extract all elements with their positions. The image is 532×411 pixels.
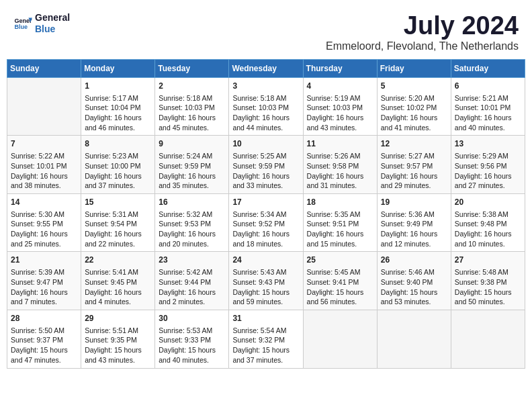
- calendar-cell: [451, 310, 525, 368]
- calendar-cell: 30Sunrise: 5:53 AMSunset: 9:33 PMDayligh…: [155, 310, 229, 368]
- day-number: 7: [11, 138, 77, 150]
- day-content-line: and 35 minutes.: [159, 181, 225, 191]
- day-number: 17: [232, 197, 299, 208]
- day-number: 5: [381, 81, 447, 92]
- day-content-line: Sunrise: 5:54 AM: [232, 326, 299, 336]
- day-content-line: Sunrise: 5:18 AM: [232, 93, 299, 103]
- day-number: 27: [455, 255, 521, 266]
- day-content-line: Sunset: 9:47 PM: [11, 277, 77, 287]
- day-content-line: and 27 minutes.: [455, 181, 521, 191]
- day-number: 8: [85, 138, 151, 150]
- day-number: 31: [232, 313, 299, 324]
- day-content-line: Sunrise: 5:18 AM: [159, 93, 225, 103]
- calendar-cell: 31Sunrise: 5:54 AMSunset: 9:32 PMDayligh…: [229, 310, 303, 368]
- day-content-line: Daylight: 16 hours: [85, 113, 151, 123]
- day-content-line: Sunrise: 5:41 AM: [85, 267, 151, 277]
- week-row-1: 1Sunrise: 5:17 AMSunset: 10:04 PMDayligh…: [7, 77, 525, 136]
- day-content-line: Daylight: 16 hours: [307, 229, 373, 239]
- day-content-line: Sunrise: 5:42 AM: [159, 267, 225, 277]
- day-content-line: Daylight: 16 hours: [11, 287, 77, 298]
- calendar-cell: [377, 310, 451, 368]
- day-content-line: Sunset: 9:48 PM: [455, 219, 521, 229]
- day-content-line: Sunrise: 5:34 AM: [232, 210, 299, 220]
- day-content-line: Sunset: 9:38 PM: [455, 277, 521, 287]
- calendar-cell: 19Sunrise: 5:36 AMSunset: 9:49 PMDayligh…: [377, 193, 451, 252]
- day-content-line: and 12 minutes.: [381, 239, 447, 249]
- logo-icon: General Blue: [13, 14, 32, 33]
- day-content-line: Sunset: 10:00 PM: [85, 161, 151, 171]
- day-content-line: Sunset: 9:44 PM: [159, 277, 225, 287]
- day-content-line: Daylight: 16 hours: [307, 113, 373, 123]
- day-content-line: and 46 minutes.: [85, 123, 151, 133]
- day-content-line: Sunset: 9:53 PM: [159, 219, 225, 229]
- day-content-line: Sunset: 9:37 PM: [11, 335, 77, 345]
- day-content-line: and 4 minutes.: [85, 297, 151, 307]
- calendar-cell: 23Sunrise: 5:42 AMSunset: 9:44 PMDayligh…: [155, 252, 229, 310]
- day-number: 15: [85, 197, 151, 208]
- day-number: 4: [307, 81, 373, 92]
- day-content-line: Sunrise: 5:53 AM: [159, 326, 225, 336]
- day-number: 3: [232, 81, 299, 92]
- svg-text:Blue: Blue: [14, 24, 28, 30]
- calendar-cell: 7Sunrise: 5:22 AMSunset: 10:01 PMDayligh…: [7, 136, 81, 194]
- weekday-header-sunday: Sunday: [7, 59, 81, 77]
- day-content-line: and 22 minutes.: [85, 239, 151, 249]
- day-content-line: and 40 minutes.: [159, 355, 225, 365]
- day-content-line: and 31 minutes.: [307, 181, 373, 191]
- day-content-line: Sunrise: 5:35 AM: [307, 210, 373, 220]
- day-content-line: Daylight: 16 hours: [307, 171, 373, 181]
- day-content-line: Sunrise: 5:30 AM: [11, 210, 77, 220]
- day-content-line: and 29 minutes.: [381, 181, 447, 191]
- day-content-line: Sunrise: 5:29 AM: [455, 151, 521, 161]
- day-content-line: Daylight: 16 hours: [159, 113, 225, 123]
- day-content-line: Daylight: 16 hours: [159, 287, 225, 298]
- calendar-cell: [7, 77, 81, 136]
- day-content-line: Sunset: 9:55 PM: [11, 219, 77, 229]
- day-content-line: Sunrise: 5:39 AM: [11, 267, 77, 277]
- calendar-cell: [303, 310, 377, 368]
- day-content-line: and 40 minutes.: [455, 123, 521, 133]
- day-content-line: Daylight: 16 hours: [85, 287, 151, 298]
- weekday-header-friday: Friday: [377, 59, 451, 77]
- day-content-line: Sunset: 9:54 PM: [85, 219, 151, 229]
- day-content-line: Daylight: 16 hours: [11, 171, 77, 181]
- calendar-cell: 18Sunrise: 5:35 AMSunset: 9:51 PMDayligh…: [303, 193, 377, 252]
- calendar-cell: 26Sunrise: 5:46 AMSunset: 9:40 PMDayligh…: [377, 252, 451, 310]
- calendar-cell: 22Sunrise: 5:41 AMSunset: 9:45 PMDayligh…: [81, 252, 155, 310]
- calendar-cell: 2Sunrise: 5:18 AMSunset: 10:03 PMDayligh…: [155, 77, 229, 136]
- week-row-4: 21Sunrise: 5:39 AMSunset: 9:47 PMDayligh…: [7, 252, 525, 310]
- day-number: 20: [455, 197, 521, 208]
- day-number: 30: [159, 313, 225, 324]
- day-content-line: Sunrise: 5:38 AM: [455, 210, 521, 220]
- day-number: 1: [85, 81, 151, 92]
- day-content-line: and 47 minutes.: [11, 355, 77, 365]
- day-content-line: Daylight: 15 hours: [232, 345, 299, 355]
- day-content-line: Sunset: 10:01 PM: [11, 161, 77, 171]
- day-content-line: Sunrise: 5:27 AM: [381, 151, 447, 161]
- day-number: 6: [455, 81, 521, 92]
- week-row-3: 14Sunrise: 5:30 AMSunset: 9:55 PMDayligh…: [7, 193, 525, 252]
- day-content-line: and 20 minutes.: [159, 239, 225, 249]
- day-content-line: and 25 minutes.: [11, 239, 77, 249]
- day-content-line: Sunrise: 5:51 AM: [85, 326, 151, 336]
- day-content-line: Sunset: 10:03 PM: [307, 103, 373, 113]
- logo-line1: General: [35, 12, 70, 24]
- day-content-line: Sunrise: 5:26 AM: [307, 151, 373, 161]
- day-content-line: Daylight: 16 hours: [455, 171, 521, 181]
- location-title: Emmeloord, Flevoland, The Netherlands: [326, 40, 519, 52]
- day-content-line: Sunset: 9:58 PM: [307, 161, 373, 171]
- weekday-header-monday: Monday: [81, 59, 155, 77]
- day-number: 26: [381, 255, 447, 266]
- day-content-line: Daylight: 16 hours: [381, 171, 447, 181]
- day-number: 28: [11, 313, 77, 324]
- calendar-cell: 24Sunrise: 5:43 AMSunset: 9:43 PMDayligh…: [229, 252, 303, 310]
- day-content-line: Sunset: 9:57 PM: [381, 161, 447, 171]
- day-content-line: Sunrise: 5:22 AM: [11, 151, 77, 161]
- day-content-line: Daylight: 16 hours: [232, 113, 299, 123]
- day-content-line: Sunset: 10:04 PM: [85, 103, 151, 113]
- day-content-line: Sunset: 9:41 PM: [307, 277, 373, 287]
- day-content-line: Daylight: 16 hours: [232, 229, 299, 239]
- weekday-header-saturday: Saturday: [451, 59, 525, 77]
- day-content-line: Sunrise: 5:45 AM: [307, 267, 373, 277]
- day-content-line: and 44 minutes.: [232, 123, 299, 133]
